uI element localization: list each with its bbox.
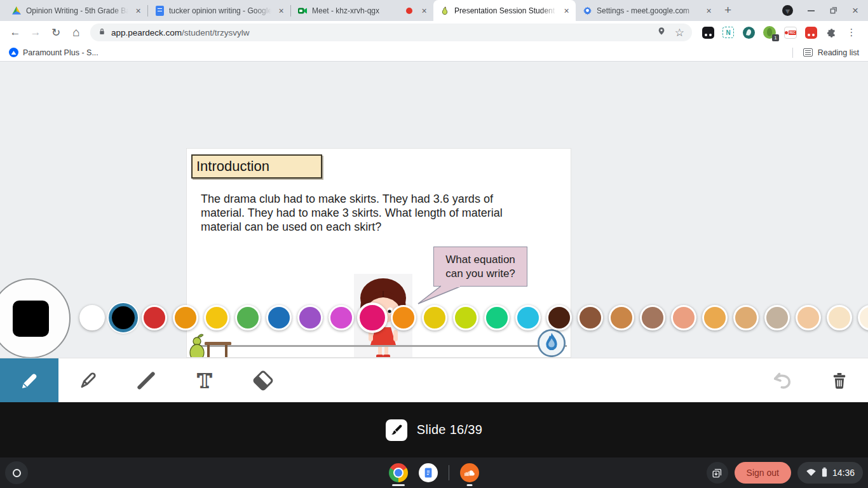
google-docs-icon bbox=[154, 6, 165, 16]
tab-close-icon[interactable]: × bbox=[703, 5, 714, 16]
tab-title: Meet - khz-xrvh-qgx bbox=[312, 6, 402, 15]
close-window-button[interactable]: × bbox=[852, 4, 858, 17]
pear-deck-icon bbox=[440, 6, 450, 16]
bookmark-star-icon[interactable]: ☆ bbox=[675, 27, 684, 38]
forward-button[interactable]: → bbox=[27, 24, 44, 41]
speech-bubble: What equation can you write? bbox=[433, 247, 527, 287]
color-swatch-salmon[interactable] bbox=[671, 305, 696, 330]
color-swatch-yellow-green[interactable] bbox=[453, 305, 478, 330]
reading-list-button[interactable]: Reading list bbox=[818, 48, 859, 57]
paramount-plus-icon bbox=[9, 48, 18, 57]
extension-red-icon[interactable] bbox=[805, 27, 817, 39]
minimize-button[interactable] bbox=[808, 10, 815, 11]
soundcloud-app-icon[interactable] bbox=[460, 458, 479, 488]
text-tool-button[interactable]: T bbox=[175, 358, 234, 402]
wifi-icon bbox=[806, 468, 817, 478]
color-swatch-cyan[interactable] bbox=[515, 305, 541, 330]
extension-teal-icon[interactable] bbox=[742, 26, 755, 39]
eraser-tool-button[interactable] bbox=[234, 358, 292, 402]
tab-meet[interactable]: Meet - khz-xrvh-qgx × bbox=[291, 0, 433, 21]
window-controls: ▾ × bbox=[773, 0, 868, 21]
color-swatch-red[interactable] bbox=[142, 305, 167, 330]
color-swatch-brown[interactable] bbox=[578, 305, 603, 330]
color-swatch-dark-brown[interactable] bbox=[546, 305, 572, 330]
clear-trash-button[interactable] bbox=[811, 358, 868, 402]
color-swatch-bright-orange[interactable] bbox=[391, 305, 416, 330]
color-swatch-green[interactable] bbox=[235, 305, 261, 330]
color-swatch-light-brown[interactable] bbox=[609, 305, 634, 330]
color-swatch-gold[interactable] bbox=[422, 305, 447, 330]
color-swatch-golden-tan[interactable] bbox=[702, 305, 728, 330]
address-bar[interactable]: app.peardeck.com/student/trzysvylw ☆ bbox=[90, 24, 692, 41]
color-swatch-spring-green[interactable] bbox=[484, 305, 510, 330]
home-button[interactable]: ⌂ bbox=[67, 24, 85, 41]
extension-peardeck-icon[interactable]: 1 bbox=[763, 26, 776, 39]
new-tab-button[interactable]: + bbox=[724, 3, 731, 17]
screen-capture-button[interactable] bbox=[707, 462, 728, 484]
sign-out-button[interactable]: Sign out bbox=[735, 462, 791, 484]
tab-close-icon[interactable]: × bbox=[419, 5, 430, 16]
chrome-app-icon[interactable] bbox=[389, 458, 408, 488]
current-color-swatch bbox=[13, 301, 49, 337]
tab-strip: Opinion Writing - 5th Grade Ba × tucker … bbox=[0, 0, 868, 21]
back-button[interactable]: ← bbox=[6, 24, 24, 41]
brush-icon bbox=[386, 419, 407, 441]
color-swatch-blue[interactable] bbox=[266, 305, 292, 330]
extension-dark-icon[interactable] bbox=[702, 27, 714, 39]
browser-toolbar: ← → ↻ ⌂ app.peardeck.com/student/trzysvy… bbox=[0, 21, 868, 44]
pencil-tool-button[interactable] bbox=[0, 358, 58, 402]
color-swatch-orange[interactable] bbox=[173, 305, 198, 330]
divider bbox=[792, 48, 793, 58]
page-content: Introduction The drama club had to make … bbox=[0, 62, 868, 402]
color-swatch-taupe[interactable] bbox=[640, 305, 665, 330]
tab-opinion-writing[interactable]: Opinion Writing - 5th Grade Ba × bbox=[5, 0, 147, 21]
color-swatch-gray-tan[interactable] bbox=[764, 305, 790, 330]
color-swatch-white[interactable] bbox=[79, 305, 105, 330]
chromeos-shelf: Sign out 14:36 bbox=[0, 458, 868, 488]
url-text: app.peardeck.com/student/trzysvylw bbox=[111, 28, 250, 37]
bookmark-paramount[interactable]: Paramount Plus - S... bbox=[9, 48, 98, 57]
reload-button[interactable]: ↻ bbox=[47, 24, 65, 41]
google-drive-icon bbox=[11, 6, 22, 16]
status-tray[interactable]: 14:36 bbox=[797, 462, 863, 484]
lock-icon bbox=[98, 27, 106, 39]
extension-recorder-icon[interactable]: REC bbox=[784, 27, 797, 39]
bookmarks-bar: Paramount Plus - S... Reading list bbox=[0, 44, 868, 62]
flame-logo bbox=[537, 329, 566, 358]
undo-button[interactable] bbox=[754, 358, 811, 402]
tab-close-icon[interactable]: × bbox=[133, 5, 144, 16]
slide-counter-bar: Slide 16/39 bbox=[0, 402, 868, 458]
launcher-button[interactable] bbox=[5, 461, 28, 484]
recording-indicator-icon bbox=[406, 8, 412, 14]
marker-tool-button[interactable] bbox=[58, 358, 117, 402]
extensions-puzzle-icon[interactable] bbox=[825, 26, 838, 39]
restore-button[interactable] bbox=[829, 6, 837, 15]
tab-presentation-session[interactable]: Presentation Session Student × bbox=[433, 0, 576, 21]
tab-meet-settings[interactable]: Settings - meet.google.com × bbox=[576, 0, 718, 21]
color-swatch-purple[interactable] bbox=[297, 305, 323, 330]
slide-title: Introduction bbox=[196, 158, 269, 174]
settings-gear-icon bbox=[582, 6, 592, 16]
color-swatch-pink[interactable] bbox=[357, 302, 388, 333]
location-pin-icon[interactable] bbox=[657, 26, 666, 39]
color-swatch-peach[interactable] bbox=[796, 305, 821, 330]
color-swatch-yellow[interactable] bbox=[204, 305, 229, 330]
browser-menu-icon[interactable]: ⋮ bbox=[846, 27, 857, 38]
tab-close-icon[interactable]: × bbox=[276, 5, 287, 16]
slide-counter: Slide 16/39 bbox=[417, 423, 482, 437]
docs-app-icon[interactable] bbox=[419, 458, 438, 488]
tab-close-icon[interactable]: × bbox=[561, 5, 572, 16]
color-swatch-black[interactable] bbox=[109, 303, 138, 332]
extension-clipper-icon[interactable]: N bbox=[722, 27, 734, 38]
tab-tucker-doc[interactable]: tucker opinion writing - Google × bbox=[148, 0, 290, 21]
color-swatch-cream[interactable] bbox=[827, 305, 852, 330]
tab-search-button[interactable]: ▾ bbox=[782, 5, 793, 16]
slide-ground-line bbox=[196, 345, 567, 347]
google-meet-icon bbox=[297, 6, 308, 16]
bookmark-label: Paramount Plus - S... bbox=[23, 48, 98, 57]
color-swatch-magenta[interactable] bbox=[329, 305, 354, 330]
line-tool-button[interactable] bbox=[117, 358, 175, 402]
color-swatch-ivory[interactable] bbox=[858, 305, 868, 330]
extension-badge: 1 bbox=[772, 34, 779, 41]
color-swatch-tan[interactable] bbox=[733, 305, 759, 330]
